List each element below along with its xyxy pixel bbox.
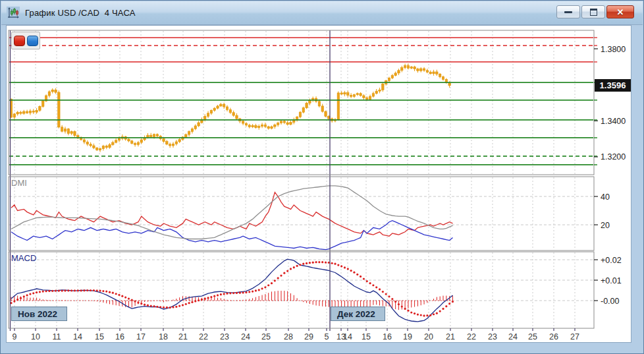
price-axis-label: 1.3400	[601, 117, 626, 126]
price-axis-label: 1.3800	[601, 45, 626, 54]
dmi-panel-label: DMI	[11, 178, 27, 188]
date-label: 21	[446, 332, 455, 341]
right-axis: 1.38001.34001.32004020+0.02+0.01-0.00	[594, 38, 626, 305]
minimize-button[interactable]	[556, 5, 580, 18]
date-label: 17	[136, 332, 146, 341]
titlebar: График USD /CAD 4 ЧАСА	[1, 1, 643, 25]
date-label: 16	[383, 332, 392, 341]
macd-axis-label: +0.01	[601, 276, 622, 285]
close-icon: ✕	[617, 8, 624, 16]
blue-square-button[interactable]	[27, 36, 38, 46]
month-label-dec: Дек 2022	[331, 307, 385, 321]
date-label: 21	[178, 332, 188, 341]
date-label: 28	[284, 332, 293, 341]
date-label: 26	[549, 332, 558, 341]
date-label: 16	[115, 332, 124, 341]
date-label: 22	[467, 332, 476, 341]
gridlines	[9, 31, 593, 328]
price-axis-label: 1.3200	[601, 152, 626, 162]
support-resistance-levels	[9, 38, 593, 165]
date-label: 9	[13, 332, 17, 341]
date-label: 29	[304, 332, 313, 341]
macd-panel-label: MACD	[11, 253, 36, 263]
app-window: 1.38001.34001.32004020+0.02+0.01-0.00910…	[0, 0, 644, 354]
date-label: 15	[95, 332, 104, 341]
red-square-button[interactable]	[14, 36, 25, 46]
chart-mini-toolbar	[11, 32, 40, 49]
candlestick-chart-icon	[7, 7, 20, 20]
chart-canvas: 1.38001.34001.32004020+0.02+0.01-0.00910…	[1, 1, 644, 354]
minimize-icon	[564, 11, 572, 13]
date-label: 24	[508, 332, 518, 341]
date-label: 15	[362, 332, 371, 341]
date-label: 22	[199, 332, 208, 341]
date-label: 18	[159, 332, 168, 341]
price-panel-border	[9, 30, 594, 175]
dmi-axis-label: 40	[601, 192, 610, 202]
maximize-icon	[590, 9, 597, 16]
date-label: 25	[261, 332, 271, 341]
maximize-button[interactable]	[581, 5, 605, 18]
date-axis: 9101114151617182122232425282951314151619…	[13, 328, 579, 341]
date-label: 23	[220, 332, 229, 341]
date-label: 19	[403, 332, 412, 341]
date-label: 23	[488, 332, 497, 341]
close-button[interactable]: ✕	[606, 5, 634, 18]
dmi-panel-border	[9, 177, 594, 251]
month-label-nov: Нов 2022	[11, 307, 67, 321]
window-controls: ✕	[556, 5, 634, 18]
macd-axis-label: -0.00	[601, 297, 620, 306]
date-label: 14	[343, 332, 352, 341]
candlesticks	[10, 63, 450, 152]
date-label: 11	[53, 332, 61, 341]
last-price-badge: 1.3596	[595, 79, 631, 92]
date-label: 5	[325, 332, 329, 341]
window-title: График USD /CAD 4 ЧАСА	[25, 8, 136, 18]
dmi-axis-label: 20	[601, 221, 610, 230]
date-label: 24	[241, 332, 250, 341]
date-label: 14	[73, 332, 82, 341]
date-label: 25	[528, 332, 537, 341]
date-label: 10	[31, 332, 40, 341]
date-label: 20	[424, 332, 433, 341]
macd-axis-label: +0.02	[601, 256, 622, 265]
date-label: 27	[570, 332, 579, 341]
month-separators	[11, 30, 331, 331]
